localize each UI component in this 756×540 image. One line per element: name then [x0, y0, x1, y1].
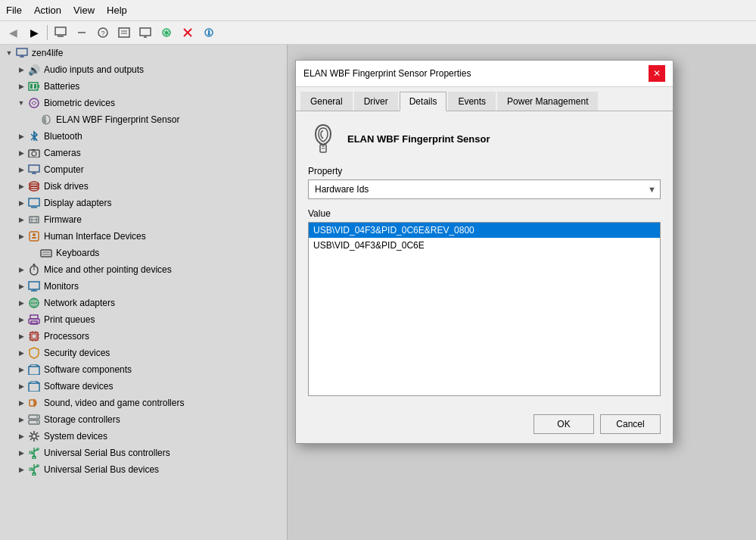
toolbar-update[interactable]: ⬇: [199, 23, 219, 42]
cancel-button[interactable]: Cancel: [600, 414, 661, 434]
tab-driver[interactable]: Driver: [354, 92, 398, 111]
toolbar-delete[interactable]: [178, 23, 198, 42]
toolbar-display[interactable]: [135, 23, 155, 42]
svg-rect-8: [140, 28, 151, 36]
dialog-title: ELAN WBF Fingerprint Sensor Properties: [303, 68, 471, 79]
dialog-content: ELAN WBF Fingerprint Sensor Property Har…: [296, 111, 673, 408]
tab-bar: General Driver Details Events Power Mana…: [296, 87, 673, 111]
dialog-titlebar: ELAN WBF Fingerprint Sensor Properties ✕: [296, 61, 673, 87]
toolbar-scan[interactable]: ✱: [157, 23, 176, 42]
ok-button[interactable]: OK: [534, 414, 594, 434]
tab-events[interactable]: Events: [448, 92, 496, 111]
dialog-close-button[interactable]: ✕: [649, 65, 665, 82]
value-item-0[interactable]: USB\VID_04F3&PID_0C6E&REV_0800: [309, 223, 660, 238]
dialog-footer: OK Cancel: [296, 408, 673, 443]
menu-bar: File Action View Help: [0, 0, 756, 21]
menu-file[interactable]: File: [0, 2, 28, 18]
menu-action[interactable]: Action: [28, 2, 67, 18]
toolbar-back[interactable]: ◀: [3, 23, 23, 42]
svg-rect-0: [55, 27, 66, 35]
toolbar-minimize[interactable]: [72, 23, 92, 42]
value-label: Value: [308, 208, 661, 219]
property-dropdown-wrapper: Hardware Ids Device Description Class Cl…: [308, 179, 661, 199]
value-item-1[interactable]: USB\VID_04F3&PID_0C6E: [309, 238, 660, 253]
device-name-label: ELAN WBF Fingerprint Sensor: [347, 133, 490, 145]
menu-view[interactable]: View: [67, 2, 101, 18]
tab-details[interactable]: Details: [400, 92, 447, 111]
device-large-icon: [308, 123, 338, 154]
svg-text:⬇: ⬇: [206, 29, 212, 37]
svg-rect-5: [119, 28, 129, 37]
toolbar-help[interactable]: ?: [93, 23, 113, 42]
toolbar-forward[interactable]: ▶: [24, 23, 44, 42]
main-area: ▼ zen4life ▶ 🔊 Audio inputs and outputs …: [0, 45, 756, 540]
toolbar: ◀ ▶ ? ✱ ⬇: [0, 21, 756, 45]
tab-general[interactable]: General: [300, 92, 353, 111]
property-select[interactable]: Hardware Ids Device Description Class Cl…: [308, 179, 661, 199]
svg-text:✱: ✱: [163, 29, 170, 37]
property-label: Property: [308, 166, 661, 176]
properties-dialog: ELAN WBF Fingerprint Sensor Properties ✕…: [295, 60, 674, 444]
device-header: ELAN WBF Fingerprint Sensor: [308, 123, 661, 154]
tab-power[interactable]: Power Management: [497, 92, 598, 111]
menu-help[interactable]: Help: [101, 2, 133, 18]
toolbar-properties[interactable]: [114, 23, 134, 42]
value-listbox[interactable]: USB\VID_04F3&PID_0C6E&REV_0800 USB\VID_0…: [308, 222, 661, 396]
toolbar-show-hide[interactable]: [51, 23, 70, 42]
svg-text:?: ?: [101, 30, 104, 37]
